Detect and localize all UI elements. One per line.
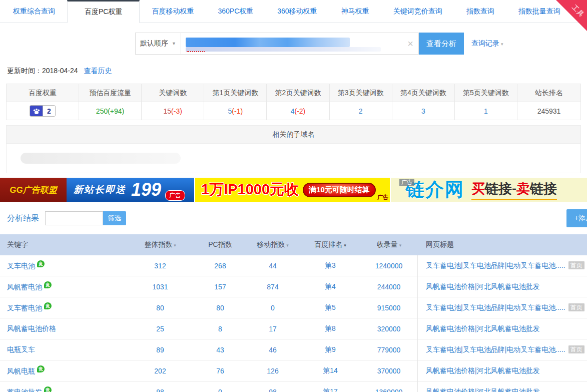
overall-index: 202 [125, 367, 195, 375]
pc-index: 80 [195, 304, 245, 312]
collection-count: 1360000 [360, 381, 418, 392]
stats-header: 第2页关键词数 [267, 84, 329, 102]
page-title-link[interactable]: 风帆蓄电池价格|河北风帆蓄电池批发 [426, 366, 540, 374]
sort-order-select[interactable]: 默认顺序 ▼ [135, 33, 181, 55]
ad1-text: 新站长即送 [74, 183, 126, 196]
keyword-count-delta: (-3) [171, 107, 182, 115]
ad3-brand: 链介网 [406, 178, 464, 202]
keyword-link[interactable]: 风帆电瓶 [7, 367, 35, 375]
ad2-ad-badge: 广告 [377, 194, 388, 201]
page-title-link[interactable]: 风帆蓄电池价格|河北风帆蓄电池批发 [426, 387, 540, 392]
mobile-index: 0 [245, 304, 300, 312]
col-pc-index[interactable]: PC指数 [195, 240, 245, 249]
table-row: 风帆蓄电池竞 1031 157 874 第4 244000 风帆蓄电池价格|河北… [0, 276, 587, 297]
col-overall-index[interactable]: 整体指数▾ [125, 240, 195, 249]
page1-keywords-delta: (-1) [232, 107, 243, 115]
ad1-number: 199 [131, 179, 161, 201]
table-row: 叉车蓄电池竞 80 80 0 第5 915000 叉车蓄电池|叉车电池品牌|电动… [0, 297, 587, 318]
pc-index: 43 [195, 346, 245, 354]
keyword-link[interactable]: 叉车蓄电池 [7, 304, 42, 312]
pc-index: 8 [195, 325, 245, 333]
bidding-icon: 竞 [44, 281, 52, 288]
keyword-link[interactable]: 风帆蓄电池价格 [7, 324, 56, 332]
baidu-weight-badge[interactable]: 2 [30, 105, 56, 117]
mobile-index: 44 [245, 262, 300, 270]
tab-index-query[interactable]: 指数查询 [454, 0, 506, 23]
traffic-delta: (+94) [108, 107, 124, 115]
tab-360-mobile-weight[interactable]: 360移动权重 [265, 0, 329, 23]
stats-header: 百度权重 [7, 84, 79, 102]
stats-header: 关键词数 [142, 84, 204, 102]
censored-subdomain-blob[interactable] [21, 153, 181, 164]
keyword-count: 15 [164, 107, 172, 115]
chevron-down-icon: ▼ [172, 41, 176, 46]
censored-domain-blob-shadow [186, 47, 381, 52]
keyword-link[interactable]: 叉车电池 [7, 262, 35, 270]
stats-header: 预估百度流量 [79, 84, 142, 102]
page-title-link[interactable]: 风帆蓄电池价格|河北风帆蓄电池批发 [426, 282, 540, 290]
pc-index: 0 [195, 388, 245, 392]
pc-index: 268 [195, 262, 245, 270]
baidu-rank: 第9 [300, 345, 360, 354]
domain-input[interactable]: × [181, 33, 419, 55]
keyword-link[interactable]: 蓄电池批发 [7, 388, 42, 392]
mobile-index: 98 [245, 388, 300, 392]
sort-caret-icon: ▾ [399, 243, 402, 248]
weight-stats-table: 百度权重 预估百度流量 关键词数 第1页关键词数 第2页关键词数 第3页关键词数… [6, 84, 581, 120]
ad3-ad-badge: 广告 [399, 179, 414, 186]
bidding-icon: 竞 [37, 365, 45, 372]
tab-keyword-bidding[interactable]: 关键词竞价查询 [381, 0, 454, 23]
page2-keywords-delta: (-2) [295, 107, 306, 115]
keyword-table-header: 关键字 整体指数▾ PC指数 移动指数▾ 百度排名▾ 收录量▾ 网页标题 [0, 234, 587, 255]
corner-ribbon[interactable]: 工具 [556, 0, 587, 31]
analysis-result-label: 分析结果 [7, 213, 39, 224]
tab-baidu-mobile-weight[interactable]: 百度移动权重 [140, 0, 206, 23]
keyword-link[interactable]: 风帆蓄电池 [7, 283, 42, 291]
query-records-link[interactable]: 查询记录▾ [471, 39, 503, 48]
stats-header: 第5页关键词数 [454, 84, 517, 102]
bidding-icon: 竞 [44, 386, 52, 392]
overall-index: 89 [125, 346, 195, 354]
tab-weight-combined[interactable]: 权重综合查询 [1, 0, 67, 23]
view-history-link[interactable]: 查看历史 [84, 67, 112, 75]
col-baidu-rank[interactable]: 百度排名▾ [300, 240, 360, 249]
ad-banner-gg-union[interactable]: GG广告联盟 新站长即送 199 广告 [0, 178, 194, 202]
keyword-link[interactable]: 电瓶叉车 [7, 345, 35, 353]
col-mobile-index[interactable]: 移动指数▾ [245, 240, 300, 249]
page4-keywords: 3 [421, 107, 425, 115]
filter-button[interactable]: 筛选 [103, 211, 126, 225]
filter-input[interactable] [45, 211, 103, 225]
homepage-badge: 首页 [568, 261, 584, 269]
bidding-icon: 竞 [37, 260, 45, 267]
chevron-down-icon: ▾ [501, 42, 503, 47]
analyze-button[interactable]: 查看分析 [419, 33, 464, 55]
homepage-badge: 首页 [568, 345, 584, 353]
subdomain-body [7, 144, 580, 173]
add-keyword-button[interactable]: +添加新词 [566, 209, 587, 227]
update-time-label: 更新时间： [7, 67, 42, 75]
col-page-title: 网页标题 [418, 240, 587, 249]
overall-index: 98 [125, 388, 195, 392]
page-title-link[interactable]: 风帆蓄电池价格|河北风帆蓄电池批发 [426, 324, 540, 332]
keyword-table: 关键字 整体指数▾ PC指数 移动指数▾ 百度排名▾ 收录量▾ 网页标题 叉车电… [0, 234, 587, 392]
tab-360-pc-weight[interactable]: 360PC权重 [206, 0, 265, 23]
overall-index: 80 [125, 304, 195, 312]
col-collection[interactable]: 收录量▾ [360, 240, 418, 249]
table-row: 叉车电池竞 312 268 44 第3 1240000 叉车蓄电池|叉车电池品牌… [0, 255, 587, 276]
sort-order-label: 默认顺序 [140, 39, 168, 48]
stats-header: 第1页关键词数 [204, 84, 267, 102]
page-title-link[interactable]: 叉车蓄电池|叉车电池品牌|电动叉车蓄电池..... [426, 345, 565, 353]
clear-input-icon[interactable]: × [407, 38, 413, 49]
search-bar: 默认顺序 ▼ × 查看分析 查询记录▾ [135, 33, 587, 55]
ad-banner-lianjie[interactable]: 广告 链介网 买链接-卖链接 [391, 178, 587, 202]
tab-shenma-weight[interactable]: 神马权重 [329, 0, 381, 23]
ad-banner-ip-offer[interactable]: 1万IP1000元收 满10元可随时结算 广告 [195, 178, 390, 202]
subdomain-section: 相关的子域名 [6, 125, 581, 173]
tab-baidu-pc-weight[interactable]: 百度PC权重 [67, 0, 140, 23]
mobile-index: 874 [245, 283, 300, 291]
page-title-link[interactable]: 叉车蓄电池|叉车电池品牌|电动叉车蓄电池..... [426, 303, 565, 311]
page-title-link[interactable]: 叉车蓄电池|叉车电池品牌|电动叉车蓄电池..... [426, 261, 565, 269]
stats-header: 站长排名 [517, 84, 581, 102]
ad2-pill: 满10元可随时结算 [303, 183, 376, 197]
censored-domain-blob [186, 38, 350, 47]
